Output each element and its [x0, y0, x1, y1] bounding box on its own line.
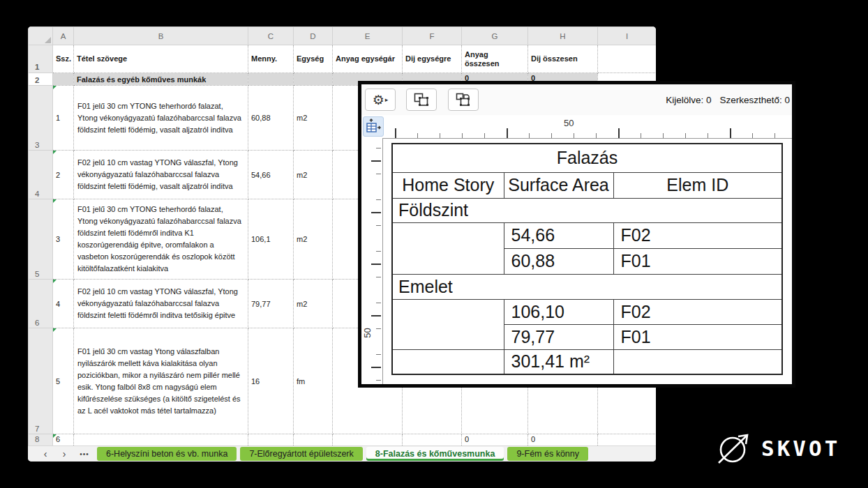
sheet-cell[interactable]: [598, 434, 657, 446]
header-menny[interactable]: Menny.: [248, 45, 294, 73]
sheet-cell[interactable]: [248, 434, 294, 446]
item-egyseg-cell[interactable]: m2: [294, 151, 333, 199]
horizontal-ruler: 50: [384, 115, 792, 138]
item-ssz-cell[interactable]: 3: [53, 199, 74, 280]
item-ssz-cell[interactable]: 1: [53, 86, 74, 151]
selection-status: Kijelölve: 0 Szerkeszthető: 0: [666, 84, 790, 115]
schedule-cell-surface[interactable]: 60,88: [504, 248, 613, 274]
h-ruler-50-label: 50: [564, 118, 574, 128]
item-egyseg-cell[interactable]: m2: [294, 280, 333, 328]
column-letter[interactable]: G: [462, 27, 528, 45]
header-dij-egysegre[interactable]: Dij egységre: [403, 45, 462, 73]
row-number[interactable]: 1: [29, 45, 53, 73]
sheet-cell[interactable]: [333, 434, 403, 446]
item-egyseg-cell[interactable]: m2: [294, 199, 333, 280]
sheet-nav-prev-icon[interactable]: ‹: [38, 448, 53, 459]
sheet-tab-6[interactable]: 6-Helyszíni beton és vb. munka: [97, 447, 237, 461]
sheet-tab-bar: ‹ › ••• 6-Helyszíni beton és vb. munka 7…: [28, 445, 656, 462]
item-egyseg-cell[interactable]: m2: [294, 86, 333, 151]
schedule-cell[interactable]: [392, 349, 504, 374]
schedule-group-foldszint[interactable]: Földszint: [392, 198, 782, 222]
row-number[interactable]: 7: [29, 328, 53, 434]
item-ssz-cell[interactable]: 6: [53, 434, 74, 446]
item-ssz-cell[interactable]: 2: [53, 151, 74, 199]
scheme-settings-button[interactable]: ⚙▸: [365, 89, 396, 111]
schedule-total-cell[interactable]: 301,41 m²: [504, 349, 613, 374]
table-format-button[interactable]: [363, 116, 384, 137]
sheet-tab-9[interactable]: 9-Fém és könny: [507, 447, 588, 461]
row8-dij-osszesen-cell[interactable]: 0: [528, 434, 598, 446]
column-letter[interactable]: F: [403, 27, 462, 45]
schedule-cell[interactable]: [613, 349, 782, 374]
item-ssz-cell[interactable]: 5: [53, 328, 74, 434]
schedule-cell-elemid[interactable]: F02: [613, 222, 782, 248]
sheet-tab-8-active[interactable]: 8-Falazás és kőművesmunka: [366, 447, 504, 461]
item-text-cell[interactable]: F01 jelű 30 cm vastag Ytong válaszfalban…: [74, 328, 248, 434]
schedule-col-home-story: Home Story: [392, 172, 504, 198]
flyout-arrow-icon: ▸: [385, 96, 389, 103]
column-letter[interactable]: D: [294, 27, 333, 45]
column-letter[interactable]: H: [528, 27, 598, 45]
section-title-cell[interactable]: Falazás és egyéb kőműves munkák: [74, 73, 248, 86]
sheet-tab-7[interactable]: 7-Előregyártott épületszerk: [240, 447, 362, 461]
header-egyseg[interactable]: Egység: [294, 45, 333, 73]
item-menny-cell[interactable]: 106,1: [248, 199, 294, 280]
schedule-cell[interactable]: [392, 222, 504, 274]
column-letter[interactable]: C: [248, 27, 294, 45]
column-letter[interactable]: I: [598, 27, 657, 45]
item-menny-cell[interactable]: 16: [248, 328, 294, 434]
schedule-cell[interactable]: [392, 299, 504, 349]
row-number[interactable]: 2: [29, 73, 53, 86]
schedule-cell-surface[interactable]: 106,10: [504, 299, 613, 324]
header-ssz[interactable]: Ssz.: [53, 45, 74, 73]
select-3d-elements-button[interactable]: [448, 89, 479, 111]
sheet-cell[interactable]: [403, 434, 462, 446]
item-text-cell[interactable]: F02 jelű 10 cm vastag YTONG válaszfal, Y…: [74, 151, 248, 199]
row8-anyag-osszesen-cell[interactable]: 0: [462, 434, 528, 446]
schedule-cell-elemid[interactable]: F01: [613, 324, 782, 349]
item-text-cell[interactable]: F02 jelű 10 cm vastag YTONG válaszfal, Y…: [74, 280, 248, 328]
schedule-cell-surface[interactable]: 79,77: [504, 324, 613, 349]
row-number[interactable]: 4: [29, 151, 53, 199]
select-all-corner[interactable]: [29, 27, 53, 45]
column-letter[interactable]: B: [74, 27, 248, 45]
v-ruler-50-label: 50: [362, 328, 373, 337]
schedule-col-surface-area: Surface Area: [504, 172, 613, 198]
sheet-nav-more-icon[interactable]: •••: [75, 450, 93, 458]
sheet-cell[interactable]: [294, 73, 333, 86]
schedule-cell-elemid[interactable]: F02: [613, 299, 782, 324]
header-dij-osszesen[interactable]: Dij összesen: [528, 45, 598, 73]
column-letter[interactable]: E: [333, 27, 403, 45]
item-egyseg-cell[interactable]: fm: [294, 328, 333, 434]
item-menny-cell[interactable]: 54,66: [248, 151, 294, 199]
schedule-title-cell: Falazás: [392, 144, 782, 172]
header-tetel-szovege[interactable]: Tétel szövege: [74, 45, 248, 73]
select-elements-button[interactable]: [406, 89, 437, 111]
row-number[interactable]: 5: [29, 199, 53, 280]
row-number[interactable]: 3: [29, 86, 53, 151]
sheet-cell[interactable]: [248, 73, 294, 86]
skvot-planet-arrow-icon: [714, 429, 752, 467]
schedule-cell-surface[interactable]: 54,66: [504, 222, 613, 248]
editable-count-label: Szerkeszthető: 0: [719, 95, 790, 105]
header-anyag-osszesen[interactable]: Anyag összesen: [462, 45, 528, 73]
item-ssz-cell[interactable]: 4: [53, 280, 74, 328]
item-text-cell[interactable]: F01 jelű 30 cm YTONG teherhordó falazat,…: [74, 199, 248, 280]
table-arrows-icon: [365, 119, 382, 135]
item-menny-cell[interactable]: 79,77: [248, 280, 294, 328]
column-letter[interactable]: A: [53, 27, 74, 45]
sheet-cell[interactable]: [74, 434, 248, 446]
sheet-cell[interactable]: [598, 45, 657, 73]
row-number[interactable]: 8: [29, 434, 53, 446]
item-menny-cell[interactable]: 60,88: [248, 86, 294, 151]
header-anyag-egysegar[interactable]: Anyag egységár: [333, 45, 403, 73]
schedule-group-emelet[interactable]: Emelet: [392, 274, 782, 299]
sheet-nav-next-icon[interactable]: ›: [57, 448, 72, 459]
sheet-cell[interactable]: [53, 73, 74, 86]
schedule-cell-elemid[interactable]: F01: [613, 248, 782, 274]
row-number[interactable]: 6: [29, 280, 53, 328]
gear-icon: ⚙: [373, 93, 384, 107]
select-elements-icon: [414, 93, 429, 107]
item-text-cell[interactable]: F01 jelű 30 cm YTONG teherhordó falazat,…: [74, 86, 248, 151]
sheet-cell[interactable]: [294, 434, 333, 446]
